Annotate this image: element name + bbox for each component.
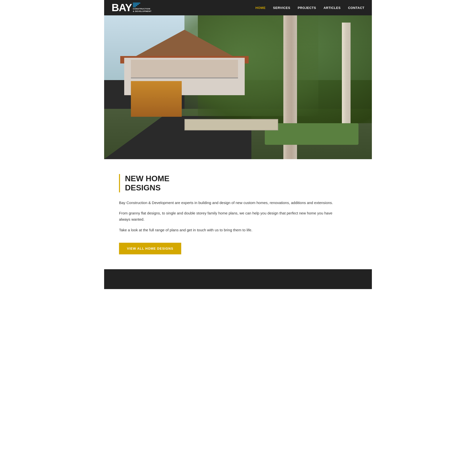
logo[interactable]: BAY CONSTRUCTION & DEVELOPMENT xyxy=(112,2,151,13)
logo-stripes xyxy=(133,3,151,7)
section-title: NEW HOME DESIGNS xyxy=(119,174,342,192)
logo-stripe-2 xyxy=(133,4,139,5)
hero-background xyxy=(104,15,372,159)
hero-tree-trunk-right xyxy=(342,23,351,138)
logo-stripe-4 xyxy=(133,6,136,7)
section-paragraph-2: From granny flat designs, to single and … xyxy=(119,210,342,223)
nav-item-contact[interactable]: CONTACT xyxy=(348,6,364,10)
logo-sub-text: CONSTRUCTION & DEVELOPMENT xyxy=(133,8,151,12)
house-garage-door xyxy=(131,81,182,117)
section-paragraph-1: Bay Construction & Development are exper… xyxy=(119,200,342,206)
hero-planter-box xyxy=(184,119,278,130)
nav-item-home[interactable]: HOME xyxy=(255,6,266,10)
logo-stripe-1 xyxy=(133,3,140,3)
content-section: NEW HOME DESIGNS Bay Construction & Deve… xyxy=(104,159,352,269)
hero-house xyxy=(118,30,251,123)
view-home-designs-button[interactable]: VIEW ALL HOME DESIGNS xyxy=(119,243,181,254)
nav-item-projects[interactable]: PROJECTS xyxy=(298,6,316,10)
nav-item-articles[interactable]: ARTICLES xyxy=(324,6,341,10)
main-nav: HOME SERVICES PROJECTS ARTICLES CONTACT xyxy=(255,6,364,10)
footer-bar xyxy=(104,269,372,289)
header: BAY CONSTRUCTION & DEVELOPMENT HOME SERV… xyxy=(104,0,372,15)
hero-section xyxy=(104,15,372,159)
house-balcony xyxy=(131,60,238,78)
hero-lawn xyxy=(265,123,358,145)
logo-right: CONSTRUCTION & DEVELOPMENT xyxy=(133,3,151,12)
nav-item-services[interactable]: SERVICES xyxy=(273,6,290,10)
section-paragraph-3: Take a look at the full range of plans a… xyxy=(119,227,342,233)
logo-stripe-3 xyxy=(133,5,137,6)
logo-bay-text: BAY xyxy=(112,2,132,13)
section-body: Bay Construction & Development are exper… xyxy=(119,200,342,254)
